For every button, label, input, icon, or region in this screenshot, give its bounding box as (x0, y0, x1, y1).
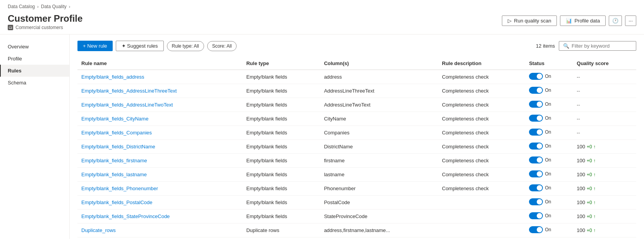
suggest-rules-label: ✦ Suggest rules (122, 43, 158, 49)
profile-data-button[interactable]: 📊 Profile data (560, 15, 606, 26)
score-delta: +0 ↑ (587, 186, 596, 191)
rule-name-link[interactable]: Empty/blank_fields_StateProvinceCode (81, 213, 170, 219)
toggle-track[interactable] (529, 184, 543, 191)
rule-name-link[interactable]: Duplicate_rows (81, 227, 116, 233)
rule-name-link[interactable]: Empty/blank_fields_DistrictName (81, 144, 155, 150)
table-row: Empty/blank_fields_DistrictNameEmpty/bla… (77, 140, 636, 154)
rule-name-cell[interactable]: Empty/blank_fields_Companies (77, 126, 242, 140)
rule-name-cell[interactable]: Empty/blank_fields_StateProvinceCode (77, 210, 242, 223)
run-quality-scan-button[interactable]: ▷ Run quality scan (502, 15, 557, 26)
breadcrumb-data-catalog[interactable]: Data Catalog (8, 4, 35, 9)
toggle-track[interactable] (529, 73, 543, 80)
rule-name-cell[interactable]: Empty/blank_fields_firstname (77, 154, 242, 168)
score-delta: +0 ↑ (587, 228, 596, 233)
toggle-track[interactable] (529, 101, 543, 108)
status-toggle[interactable]: On (529, 73, 551, 80)
status-toggle[interactable]: On (529, 198, 551, 205)
search-input[interactable] (572, 43, 634, 49)
status-toggle[interactable]: On (529, 184, 551, 191)
status-toggle[interactable]: On (529, 143, 551, 150)
status-cell[interactable]: On (525, 112, 573, 126)
status-toggle[interactable]: On (529, 115, 551, 122)
rule-type-filter[interactable]: Rule type: All (167, 41, 204, 51)
rule-type-cell: Empty/blank fields (242, 84, 320, 98)
rule-name-link[interactable]: Empty/blank_fields_Phonenumber (81, 186, 158, 191)
score-filter[interactable]: Score: All (207, 41, 237, 51)
sidebar-item-overview[interactable]: Overview (0, 41, 69, 53)
quality-score-cell: -- (573, 98, 636, 112)
toggle-label: On (545, 171, 551, 177)
rule-name-cell[interactable]: Empty/blank_fields_AddressLineTwoText (77, 98, 242, 112)
toggle-track[interactable] (529, 156, 543, 163)
status-toggle[interactable]: On (529, 212, 551, 219)
rules-table: Rule name Rule type Column(s) Rule descr… (77, 57, 636, 237)
score-container: 100 +0 ↑ (577, 172, 632, 177)
rule-name-link[interactable]: Empty/blank_fields_lastname (81, 172, 147, 177)
toggle-track[interactable] (529, 115, 543, 122)
rule-name-link[interactable]: Empty/blank_fields_address (81, 74, 144, 80)
status-cell[interactable]: On (525, 168, 573, 182)
status-cell[interactable]: On (525, 84, 573, 98)
rule-name-cell[interactable]: Empty/blank_fields_CityName (77, 112, 242, 126)
toggle-track[interactable] (529, 226, 543, 233)
rule-name-link[interactable]: Empty/blank_fields_Companies (81, 130, 152, 136)
rule-name-cell[interactable]: Empty/blank_fields_lastname (77, 168, 242, 182)
toggle-track[interactable] (529, 143, 543, 150)
run-scan-label: Run quality scan (514, 18, 551, 24)
rule-name-cell[interactable]: Empty/blank_fields_DistrictName (77, 140, 242, 154)
status-toggle[interactable]: On (529, 170, 551, 177)
rule-name-cell[interactable]: Empty/blank_fields_AddressLineThreeText (77, 84, 242, 98)
sidebar-item-rules[interactable]: Rules (0, 65, 69, 77)
description-cell: Completeness check (438, 126, 525, 140)
suggest-rules-button[interactable]: ✦ Suggest rules (116, 41, 164, 51)
status-toggle[interactable]: On (529, 156, 551, 163)
status-toggle[interactable]: On (529, 101, 551, 108)
rule-type-cell: Empty/blank fields (242, 196, 320, 210)
rule-name-link[interactable]: Empty/blank_fields_AddressLineThreeText (81, 88, 177, 94)
status-toggle[interactable]: On (529, 87, 551, 94)
breadcrumb-data-quality[interactable]: Data Quality (41, 4, 67, 9)
sidebar-item-profile[interactable]: Profile (0, 53, 69, 65)
score-dash: -- (577, 102, 580, 108)
rule-type-cell: Empty/blank fields (242, 112, 320, 126)
status-cell[interactable]: On (525, 98, 573, 112)
more-options-button[interactable]: ··· (625, 15, 636, 26)
toggle-track[interactable] (529, 129, 543, 136)
item-count: 12 items (536, 43, 555, 49)
columns-cell: lastname (320, 168, 438, 182)
sidebar-item-schema[interactable]: Schema (0, 77, 69, 89)
rule-name-cell[interactable]: Duplicate_rows (77, 223, 242, 237)
toggle-track[interactable] (529, 212, 543, 219)
status-cell[interactable]: On (525, 126, 573, 140)
search-box[interactable]: 🔍 (559, 41, 636, 51)
history-button[interactable]: 🕐 (609, 15, 622, 26)
table-row: Empty/blank_fields_StateProvinceCodeEmpt… (77, 210, 636, 223)
toggle-label: On (545, 185, 551, 191)
sidebar-rules-label: Rules (8, 68, 21, 74)
status-toggle[interactable]: On (529, 226, 551, 233)
rule-name-link[interactable]: Empty/blank_fields_PostalCode (81, 199, 153, 205)
rule-name-cell[interactable]: Empty/blank_fields_Phonenumber (77, 182, 242, 196)
rule-name-cell[interactable]: Empty/blank_fields_PostalCode (77, 196, 242, 210)
quality-score-cell: -- (573, 126, 636, 140)
col-description: Rule description (438, 57, 525, 70)
status-cell[interactable]: On (525, 223, 573, 237)
status-cell[interactable]: On (525, 70, 573, 84)
rule-name-link[interactable]: Empty/blank_fields_AddressLineTwoText (81, 102, 173, 108)
toggle-track[interactable] (529, 170, 543, 177)
toggle-track[interactable] (529, 198, 543, 205)
rule-name-cell[interactable]: Empty/blank_fields_address (77, 70, 242, 84)
rule-name-link[interactable]: Empty/blank_fields_CityName (81, 116, 148, 122)
new-rule-button[interactable]: + New rule (77, 41, 113, 51)
score-container: 100 +0 ↑ (577, 199, 632, 205)
status-toggle[interactable]: On (529, 129, 551, 136)
toggle-label: On (545, 88, 551, 93)
status-cell[interactable]: On (525, 140, 573, 154)
status-cell[interactable]: On (525, 210, 573, 223)
toggle-track[interactable] (529, 87, 543, 94)
status-cell[interactable]: On (525, 154, 573, 168)
status-cell[interactable]: On (525, 196, 573, 210)
status-cell[interactable]: On (525, 182, 573, 196)
table-row: Empty/blank_fields_addressEmpty/blank fi… (77, 70, 636, 84)
rule-name-link[interactable]: Empty/blank_fields_firstname (81, 158, 147, 163)
